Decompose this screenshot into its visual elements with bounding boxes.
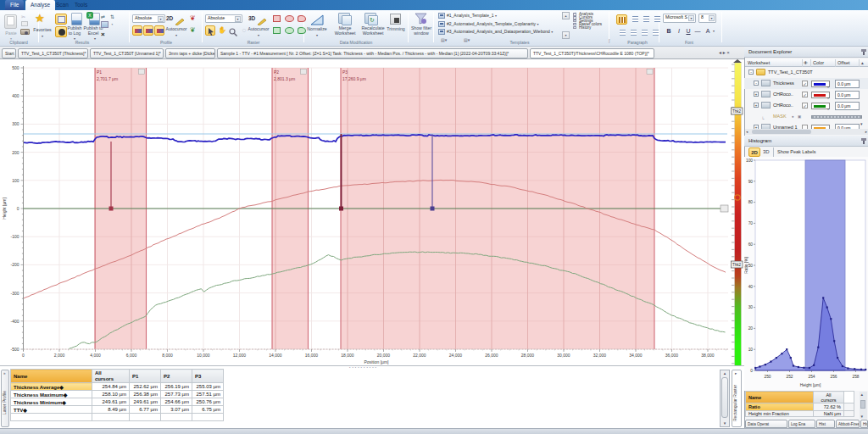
svg-text:2,701.7 µm: 2,701.7 µm bbox=[97, 76, 118, 81]
svg-text:30,000: 30,000 bbox=[557, 353, 570, 358]
svg-text:Thk2: Thk2 bbox=[732, 109, 742, 114]
svg-text:28,000: 28,000 bbox=[521, 353, 535, 358]
svg-text:34,000: 34,000 bbox=[629, 353, 643, 358]
svg-text:Ratio [%]: Ratio [%] bbox=[744, 257, 748, 273]
svg-text:-400: -400 bbox=[10, 319, 19, 324]
svg-text:0: 0 bbox=[22, 353, 25, 358]
svg-text:P2: P2 bbox=[274, 70, 279, 75]
svg-text:80: 80 bbox=[748, 200, 754, 204]
svg-text:500: 500 bbox=[12, 65, 19, 70]
svg-text:400: 400 bbox=[12, 93, 19, 98]
svg-text:10,000: 10,000 bbox=[197, 353, 210, 358]
svg-text:300: 300 bbox=[12, 121, 19, 126]
svg-text:20: 20 bbox=[748, 326, 754, 331]
svg-text:32,000: 32,000 bbox=[593, 353, 607, 358]
svg-text:-300: -300 bbox=[10, 291, 19, 296]
svg-text:0: 0 bbox=[17, 206, 19, 211]
svg-text:Height [µm]: Height [µm] bbox=[800, 383, 821, 387]
svg-text:12,000: 12,000 bbox=[233, 353, 247, 358]
svg-text:Height [µm]: Height [µm] bbox=[2, 198, 7, 220]
svg-text:-100: -100 bbox=[10, 234, 19, 239]
svg-text:90: 90 bbox=[748, 180, 754, 184]
svg-text:22,000: 22,000 bbox=[413, 353, 426, 358]
svg-text:4,000: 4,000 bbox=[90, 353, 101, 358]
svg-text:16,000: 16,000 bbox=[305, 353, 319, 358]
svg-text:10: 10 bbox=[748, 348, 754, 352]
svg-text:100: 100 bbox=[12, 178, 19, 183]
svg-text:17,260.9 µm: 17,260.9 µm bbox=[342, 76, 366, 81]
svg-text:0: 0 bbox=[750, 369, 753, 373]
svg-text:P1: P1 bbox=[97, 70, 102, 75]
svg-text:60: 60 bbox=[748, 242, 754, 247]
svg-text:50: 50 bbox=[748, 264, 754, 268]
svg-text:6,000: 6,000 bbox=[126, 353, 137, 358]
svg-text:26,000: 26,000 bbox=[485, 353, 498, 358]
svg-text:20,000: 20,000 bbox=[377, 353, 391, 358]
svg-text:38,000: 38,000 bbox=[701, 353, 715, 358]
svg-text:200: 200 bbox=[12, 150, 19, 155]
svg-text:100: 100 bbox=[746, 159, 753, 163]
svg-text:24,000: 24,000 bbox=[449, 353, 463, 358]
svg-text:2,801.3 µm: 2,801.3 µm bbox=[274, 76, 295, 81]
svg-text:14,000: 14,000 bbox=[269, 353, 282, 358]
svg-text:Position [µm]: Position [µm] bbox=[364, 359, 389, 364]
svg-text:18,000: 18,000 bbox=[341, 353, 354, 358]
svg-text:8,000: 8,000 bbox=[162, 353, 173, 358]
svg-text:70: 70 bbox=[748, 221, 754, 225]
svg-text:-200: -200 bbox=[10, 262, 19, 267]
svg-text:254: 254 bbox=[808, 375, 815, 379]
svg-text:40: 40 bbox=[748, 285, 754, 289]
svg-text:30: 30 bbox=[748, 305, 754, 309]
svg-text:36,000: 36,000 bbox=[665, 353, 679, 358]
svg-text:252: 252 bbox=[786, 375, 793, 379]
svg-text:-500: -500 bbox=[10, 347, 19, 352]
svg-text:P3: P3 bbox=[342, 70, 348, 75]
svg-text:256: 256 bbox=[830, 375, 837, 379]
svg-text:Thk2: Thk2 bbox=[732, 263, 742, 267]
svg-text:2,000: 2,000 bbox=[54, 353, 65, 358]
svg-text:258: 258 bbox=[852, 375, 859, 379]
svg-text:250: 250 bbox=[764, 375, 771, 379]
